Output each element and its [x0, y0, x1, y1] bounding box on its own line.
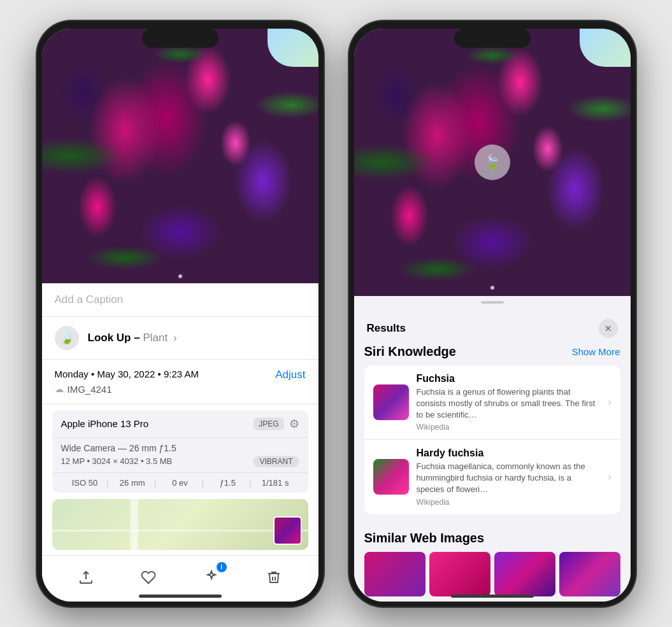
right-home-indicator: [451, 595, 534, 598]
visual-lookup-badge[interactable]: 🍃: [475, 144, 510, 180]
filename-row: ☁ IMG_4241: [55, 384, 306, 395]
hardy-fuchsia-source: Wikipedia: [417, 498, 601, 507]
page-indicator-dot: [178, 274, 182, 278]
thumbnail-image: [275, 518, 301, 544]
show-more-button[interactable]: Show More: [572, 346, 620, 357]
lookup-label: Look Up – Plant ›: [88, 332, 177, 344]
device-badges: JPEG ⚙: [254, 417, 299, 431]
fuchsia-info: Fuchsia Fuchsia is a genus of flowering …: [417, 373, 601, 432]
exif-iso: ISO 50: [61, 478, 109, 488]
right-photo-display: 🍃: [354, 29, 631, 296]
fuchsia-thumbnail: [373, 384, 409, 420]
info-button[interactable]: i: [197, 563, 225, 591]
hardy-fuchsia-info: Hardy fuchsia Fuchsia magellanica, commo…: [417, 447, 601, 507]
heart-icon: [141, 570, 156, 585]
similar-image-2[interactable]: [429, 552, 490, 596]
similar-image-4[interactable]: [559, 552, 620, 596]
exif-aperture: ƒ1.5: [204, 478, 252, 488]
date-text: Monday • May 30, 2022 • 9:23 AM: [55, 369, 199, 379]
leaf-icon: 🍃: [60, 331, 74, 345]
mp-text: 12 MP • 3024 × 4032 • 3.5 MB: [61, 456, 173, 466]
filename-text: IMG_4241: [68, 384, 112, 395]
trash-icon: [266, 570, 282, 585]
photo-thumbnail-on-map: [273, 516, 302, 545]
close-button[interactable]: ✕: [599, 319, 618, 338]
fuchsia-source: Wikipedia: [417, 423, 601, 432]
device-name-row: Apple iPhone 13 Pro JPEG ⚙: [52, 411, 308, 438]
leaf-badge-icon: 🍃: [483, 154, 501, 171]
map-roads: [52, 499, 308, 550]
similar-web-images-section: Similar Web Images: [354, 521, 631, 602]
left-phone-screen: Add a Caption 🍃 Look Up – Plant › Monday…: [42, 29, 318, 602]
results-header: Results ✕: [354, 310, 631, 344]
siri-knowledge-title: Siri Knowledge: [364, 344, 456, 359]
similar-images-row: [364, 552, 620, 596]
share-button[interactable]: [72, 563, 100, 591]
app-container: Add a Caption 🍃 Look Up – Plant › Monday…: [24, 8, 648, 619]
knowledge-item-hardy-fuchsia[interactable]: Hardy fuchsia Fuchsia magellanica, commo…: [364, 440, 620, 514]
knowledge-item-fuchsia[interactable]: Fuchsia Fuchsia is a genus of flowering …: [364, 365, 620, 440]
photo-info-section: Monday • May 30, 2022 • 9:23 AM Adjust ☁…: [42, 360, 318, 404]
gear-icon[interactable]: ⚙: [289, 417, 299, 431]
date-row: Monday • May 30, 2022 • 9:23 AM Adjust: [55, 369, 306, 381]
device-name: Apple iPhone 13 Pro: [61, 418, 149, 429]
camera-spec-row: Wide Camera — 26 mm ƒ1.5 12 MP • 3024 × …: [52, 438, 308, 473]
sparkle-info-icon: [204, 570, 219, 585]
results-title: Results: [367, 322, 406, 335]
exif-shutter: 1/181 s: [252, 478, 299, 488]
siri-knowledge-header: Siri Knowledge Show More: [364, 344, 620, 359]
exif-row: ISO 50 26 mm 0 ev ƒ1.5 1/181 s: [52, 473, 308, 493]
similar-image-1[interactable]: [364, 552, 425, 596]
leaf-overlay: [42, 29, 318, 283]
info-badge-label: i: [220, 563, 222, 570]
hardy-fuchsia-title: Hardy fuchsia: [417, 447, 601, 459]
heart-button[interactable]: [134, 563, 162, 591]
info-badge: i: [217, 562, 227, 572]
hardy-fuchsia-thumbnail: [373, 459, 409, 495]
lookup-icon-circle: 🍃: [55, 326, 79, 350]
right-phone-screen: 🍃 Results ✕ Siri Knowledge: [354, 29, 631, 602]
knowledge-card: Fuchsia Fuchsia is a genus of flowering …: [364, 365, 620, 514]
left-phone: Add a Caption 🍃 Look Up – Plant › Monday…: [37, 21, 324, 607]
similar-web-images-title: Similar Web Images: [364, 531, 620, 546]
page-indicator-dot-right: [490, 286, 494, 290]
chevron-icon: ›: [173, 332, 177, 344]
camera-spec-text: Wide Camera — 26 mm ƒ1.5: [61, 443, 299, 453]
siri-knowledge-section: Siri Knowledge Show More Fuchsia Fuchsia…: [354, 344, 631, 521]
hardy-fuchsia-description: Fuchsia magellanica, commonly known as t…: [417, 461, 601, 496]
cloud-icon: ☁: [55, 384, 64, 394]
hardy-fuchsia-chevron-icon: ›: [608, 471, 611, 483]
fuchsia-title: Fuchsia: [417, 373, 601, 384]
adjust-button[interactable]: Adjust: [275, 369, 305, 381]
device-info-card: Apple iPhone 13 Pro JPEG ⚙ Wide Camera —…: [52, 411, 308, 493]
exif-focal: 26 mm: [108, 478, 156, 488]
close-icon: ✕: [604, 323, 612, 334]
results-panel: Results ✕ Siri Knowledge Show More: [354, 296, 631, 602]
vibrant-badge: VIBRANT: [253, 456, 299, 467]
caption-section: Add a Caption: [42, 283, 318, 317]
drag-handle: [481, 301, 504, 304]
mp-row: 12 MP • 3024 × 4032 • 3.5 MB VIBRANT: [61, 456, 299, 467]
fuchsia-chevron-icon: ›: [608, 397, 611, 408]
format-badge: JPEG: [254, 418, 283, 430]
similar-image-3[interactable]: [494, 552, 555, 596]
caption-placeholder[interactable]: Add a Caption: [55, 293, 124, 306]
lookup-row[interactable]: 🍃 Look Up – Plant ›: [42, 317, 318, 360]
trash-button[interactable]: [260, 563, 288, 591]
home-indicator: [139, 595, 222, 598]
photo-display: [42, 29, 318, 283]
share-icon: [78, 570, 94, 585]
drag-handle-area: [354, 296, 631, 304]
fuchsia-description: Fuchsia is a genus of flowering plants t…: [417, 386, 601, 421]
right-phone: 🍃 Results ✕ Siri Knowledge: [349, 21, 636, 607]
exif-ev: 0 ev: [156, 478, 204, 488]
map-area[interactable]: [52, 499, 308, 550]
